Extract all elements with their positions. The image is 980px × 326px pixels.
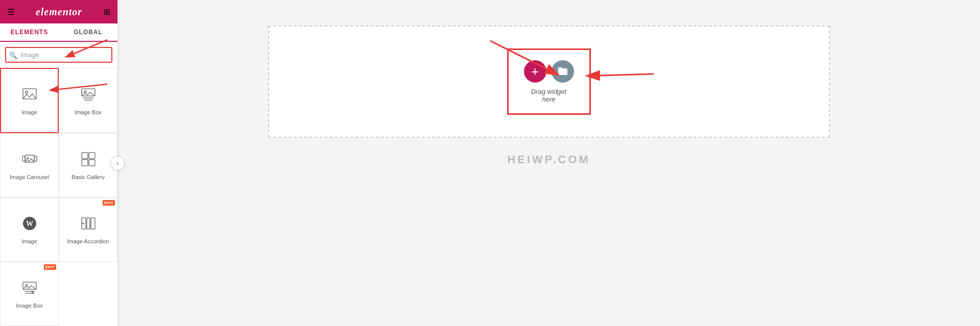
widget-image-wp[interactable]: W Image <box>0 197 59 262</box>
add-element-button[interactable]: + <box>524 60 546 83</box>
drop-zone-label: Drag widget here <box>531 88 566 103</box>
widgets-grid: Image Image Box <box>0 68 117 326</box>
widget-image-label: Image <box>21 109 37 115</box>
elementor-logo: elementor <box>36 6 82 18</box>
carousel-icon <box>21 151 38 171</box>
svg-point-9 <box>27 157 28 159</box>
svg-rect-17 <box>87 218 90 229</box>
svg-rect-13 <box>89 160 95 166</box>
svg-rect-12 <box>82 160 88 166</box>
image-box-bottom-icon <box>21 280 38 299</box>
accordion-icon <box>80 215 97 235</box>
svg-point-1 <box>25 91 28 93</box>
main-canvas: + Drag widget here HEIWP.COM <box>117 0 980 326</box>
widget-image-box-bottom[interactable]: EKIT Image Box <box>0 262 59 326</box>
widget-image[interactable]: Image <box>0 68 59 133</box>
svg-rect-7 <box>22 156 25 161</box>
image-icon <box>21 86 38 106</box>
image-box-top-icon <box>80 86 97 106</box>
widget-image-carousel-label: Image Carousel <box>10 174 50 180</box>
widget-image-box-top-label: Image Box <box>75 109 102 115</box>
canvas-inner: + Drag widget here HEIWP.COM <box>268 26 830 166</box>
tab-global[interactable]: GLOBAL <box>59 23 117 41</box>
grid-icon[interactable]: ⊞ <box>104 7 110 17</box>
widget-basic-gallery-label: Basic Gallery <box>71 174 105 180</box>
sidebar-tabs: ELEMENTS GLOBAL <box>0 23 117 42</box>
drop-zone-inner: + Drag widget here <box>507 48 591 115</box>
widget-image-wp-label: Image <box>21 238 37 244</box>
widget-image-carousel[interactable]: Image Carousel <box>0 133 59 197</box>
collapse-sidebar-button[interactable]: ‹ <box>110 156 125 170</box>
svg-rect-10 <box>82 153 88 159</box>
drop-zone[interactable]: + Drag widget here <box>268 26 830 138</box>
widget-image-accordion[interactable]: EKIT Image Accordion <box>59 197 117 262</box>
watermark: HEIWP.COM <box>268 153 830 166</box>
folder-icon <box>557 66 568 77</box>
sidebar: ☰ elementor ⊞ ELEMENTS GLOBAL 🔍 Image <box>0 0 117 326</box>
widget-basic-gallery[interactable]: Basic Gallery <box>59 133 117 197</box>
drop-buttons: + <box>524 60 574 83</box>
hamburger-icon[interactable]: ☰ <box>7 7 14 17</box>
widget-image-accordion-label: Image Accordion <box>67 238 109 244</box>
search-area: 🔍 <box>0 42 117 68</box>
sidebar-header: ☰ elementor ⊞ <box>0 0 117 23</box>
widget-image-box-top[interactable]: Image Box <box>59 68 117 133</box>
svg-text:W: W <box>26 220 33 228</box>
svg-rect-0 <box>23 89 36 99</box>
ekit-badge-imagebox: EKIT <box>44 264 56 270</box>
wp-image-icon: W <box>21 215 38 235</box>
svg-rect-18 <box>91 218 95 229</box>
search-icon: 🔍 <box>9 51 17 59</box>
svg-rect-11 <box>89 153 95 159</box>
tab-elements[interactable]: ELEMENTS <box>0 23 59 42</box>
ekit-badge-accordion: EKIT <box>103 200 115 206</box>
svg-rect-8 <box>34 156 37 161</box>
template-library-button[interactable] <box>552 60 574 83</box>
gallery-icon <box>80 151 97 171</box>
search-input[interactable] <box>5 47 112 63</box>
widget-image-box-bottom-label: Image Box <box>16 303 43 309</box>
